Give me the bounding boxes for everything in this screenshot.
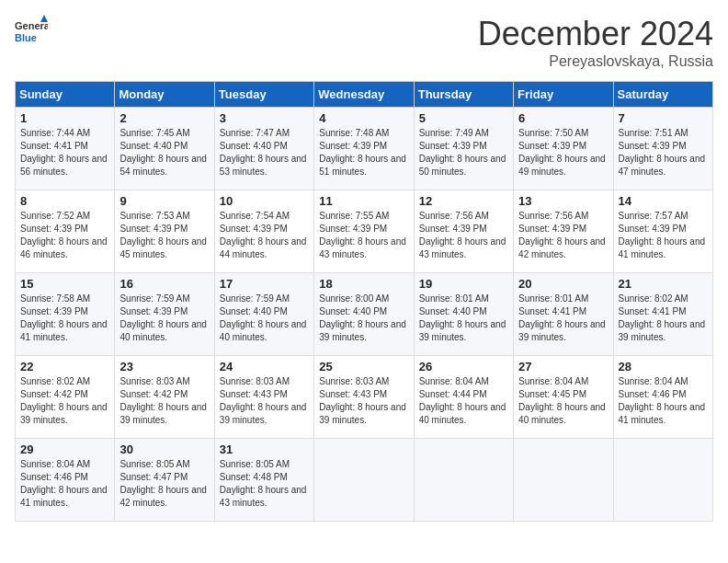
cell-info: Sunrise: 8:02 AMSunset: 4:42 PMDaylight:…	[20, 375, 109, 427]
cell-info: Sunrise: 8:04 AMSunset: 4:46 PMDaylight:…	[619, 375, 708, 427]
day-number: 19	[419, 277, 508, 291]
cell-info: Sunrise: 7:59 AMSunset: 4:39 PMDaylight:…	[119, 293, 209, 344]
calendar-cell: 25 Sunrise: 8:03 AMSunset: 4:43 PMDaylig…	[314, 356, 414, 439]
day-number: 28	[619, 360, 708, 373]
day-number: 13	[518, 194, 608, 208]
calendar-cell: 22 Sunrise: 8:02 AMSunset: 4:42 PMDaylig…	[16, 356, 115, 439]
cell-info: Sunrise: 7:54 AMSunset: 4:39 PMDaylight:…	[220, 210, 309, 261]
calendar-cell: 1 Sunrise: 7:44 AMSunset: 4:41 PMDayligh…	[16, 108, 115, 190]
calendar-cell: 8 Sunrise: 7:52 AMSunset: 4:39 PMDayligh…	[16, 190, 115, 273]
cell-info: Sunrise: 8:04 AMSunset: 4:45 PMDaylight:…	[518, 375, 608, 427]
calendar-cell: 16 Sunrise: 7:59 AMSunset: 4:39 PMDaylig…	[115, 273, 214, 356]
cell-info: Sunrise: 7:47 AMSunset: 4:40 PMDaylight:…	[220, 127, 309, 178]
calendar-cell	[414, 439, 513, 522]
calendar-cell: 12 Sunrise: 7:56 AMSunset: 4:39 PMDaylig…	[414, 190, 513, 273]
day-number: 26	[419, 360, 508, 373]
cell-info: Sunrise: 8:01 AMSunset: 4:40 PMDaylight:…	[419, 293, 508, 344]
calendar-cell: 20 Sunrise: 8:01 AMSunset: 4:41 PMDaylig…	[514, 273, 613, 356]
calendar-cell: 24 Sunrise: 8:03 AMSunset: 4:43 PMDaylig…	[214, 356, 313, 439]
cell-info: Sunrise: 7:49 AMSunset: 4:39 PMDaylight:…	[419, 127, 508, 178]
day-number: 11	[319, 194, 408, 208]
month-title: December 2024	[478, 15, 713, 53]
day-number: 3	[220, 111, 309, 125]
day-number: 18	[319, 277, 408, 291]
day-number: 5	[419, 111, 508, 125]
title-block: December 2024 Pereyaslovskaya, Russia	[478, 15, 713, 70]
cell-info: Sunrise: 7:50 AMSunset: 4:39 PMDaylight:…	[518, 127, 608, 178]
calendar-cell: 14 Sunrise: 7:57 AMSunset: 4:39 PMDaylig…	[613, 190, 712, 273]
day-number: 21	[619, 277, 708, 291]
week-row-4: 22 Sunrise: 8:02 AMSunset: 4:42 PMDaylig…	[16, 356, 713, 439]
cell-info: Sunrise: 8:04 AMSunset: 4:44 PMDaylight:…	[419, 375, 508, 427]
day-number: 25	[319, 360, 408, 373]
day-number: 9	[119, 194, 209, 208]
calendar-cell: 27 Sunrise: 8:04 AMSunset: 4:45 PMDaylig…	[514, 356, 613, 439]
day-number: 14	[619, 194, 708, 208]
weekday-sunday: Sunday	[16, 82, 115, 108]
day-number: 30	[119, 442, 209, 456]
cell-info: Sunrise: 7:58 AMSunset: 4:39 PMDaylight:…	[20, 293, 109, 344]
calendar-table: SundayMondayTuesdayWednesdayThursdayFrid…	[15, 81, 713, 522]
day-number: 10	[220, 194, 309, 208]
day-number: 4	[319, 111, 408, 125]
page-header: General Blue December 2024 Pereyaslovska…	[15, 15, 713, 70]
calendar-body: 1 Sunrise: 7:44 AMSunset: 4:41 PMDayligh…	[16, 108, 713, 522]
cell-info: Sunrise: 7:44 AMSunset: 4:41 PMDaylight:…	[20, 127, 109, 178]
calendar-cell: 3 Sunrise: 7:47 AMSunset: 4:40 PMDayligh…	[214, 108, 313, 190]
day-number: 27	[518, 360, 608, 373]
day-number: 22	[20, 360, 109, 373]
cell-info: Sunrise: 7:55 AMSunset: 4:39 PMDaylight:…	[319, 210, 408, 261]
calendar-cell: 18 Sunrise: 8:00 AMSunset: 4:40 PMDaylig…	[314, 273, 414, 356]
cell-info: Sunrise: 8:01 AMSunset: 4:41 PMDaylight:…	[518, 293, 608, 344]
cell-info: Sunrise: 8:05 AMSunset: 4:48 PMDaylight:…	[220, 458, 309, 510]
cell-info: Sunrise: 7:56 AMSunset: 4:39 PMDaylight:…	[419, 210, 508, 261]
cell-info: Sunrise: 7:51 AMSunset: 4:39 PMDaylight:…	[619, 127, 708, 178]
weekday-thursday: Thursday	[414, 82, 513, 108]
cell-info: Sunrise: 8:02 AMSunset: 4:41 PMDaylight:…	[619, 293, 708, 344]
weekday-saturday: Saturday	[613, 82, 712, 108]
calendar-cell: 5 Sunrise: 7:49 AMSunset: 4:39 PMDayligh…	[414, 108, 513, 190]
cell-info: Sunrise: 8:05 AMSunset: 4:47 PMDaylight:…	[119, 458, 209, 510]
day-number: 8	[20, 194, 109, 208]
svg-marker-2	[40, 15, 48, 22]
calendar-cell: 17 Sunrise: 7:59 AMSunset: 4:40 PMDaylig…	[214, 273, 313, 356]
calendar-cell: 26 Sunrise: 8:04 AMSunset: 4:44 PMDaylig…	[414, 356, 513, 439]
day-number: 7	[619, 111, 708, 125]
calendar-cell: 13 Sunrise: 7:56 AMSunset: 4:39 PMDaylig…	[514, 190, 613, 273]
day-number: 15	[20, 277, 109, 291]
cell-info: Sunrise: 8:00 AMSunset: 4:40 PMDaylight:…	[319, 293, 408, 344]
logo: General Blue	[15, 15, 48, 48]
cell-info: Sunrise: 8:04 AMSunset: 4:46 PMDaylight:…	[20, 458, 109, 510]
calendar-cell: 21 Sunrise: 8:02 AMSunset: 4:41 PMDaylig…	[613, 273, 712, 356]
calendar-cell: 23 Sunrise: 8:03 AMSunset: 4:42 PMDaylig…	[115, 356, 214, 439]
calendar-cell: 31 Sunrise: 8:05 AMSunset: 4:48 PMDaylig…	[214, 439, 313, 522]
day-number: 2	[119, 111, 209, 125]
cell-info: Sunrise: 7:59 AMSunset: 4:40 PMDaylight:…	[220, 293, 309, 344]
cell-info: Sunrise: 7:57 AMSunset: 4:39 PMDaylight:…	[619, 210, 708, 261]
weekday-monday: Monday	[115, 82, 214, 108]
cell-info: Sunrise: 8:03 AMSunset: 4:43 PMDaylight:…	[319, 375, 408, 427]
calendar-cell	[613, 439, 712, 522]
calendar-cell	[514, 439, 613, 522]
calendar-cell: 7 Sunrise: 7:51 AMSunset: 4:39 PMDayligh…	[613, 108, 712, 190]
cell-info: Sunrise: 7:56 AMSunset: 4:39 PMDaylight:…	[518, 210, 608, 261]
cell-info: Sunrise: 8:03 AMSunset: 4:43 PMDaylight:…	[220, 375, 309, 427]
cell-info: Sunrise: 8:03 AMSunset: 4:42 PMDaylight:…	[119, 375, 209, 427]
calendar-cell: 2 Sunrise: 7:45 AMSunset: 4:40 PMDayligh…	[115, 108, 214, 190]
day-number: 23	[119, 360, 209, 373]
calendar-cell: 6 Sunrise: 7:50 AMSunset: 4:39 PMDayligh…	[514, 108, 613, 190]
day-number: 31	[220, 442, 309, 456]
week-row-1: 1 Sunrise: 7:44 AMSunset: 4:41 PMDayligh…	[16, 108, 713, 190]
weekday-wednesday: Wednesday	[314, 82, 414, 108]
day-number: 20	[518, 277, 608, 291]
location: Pereyaslovskaya, Russia	[478, 53, 713, 70]
weekday-tuesday: Tuesday	[214, 82, 313, 108]
cell-info: Sunrise: 7:45 AMSunset: 4:40 PMDaylight:…	[119, 127, 209, 178]
calendar-cell: 9 Sunrise: 7:53 AMSunset: 4:39 PMDayligh…	[115, 190, 214, 273]
calendar-cell: 29 Sunrise: 8:04 AMSunset: 4:46 PMDaylig…	[16, 439, 115, 522]
calendar-cell: 15 Sunrise: 7:58 AMSunset: 4:39 PMDaylig…	[16, 273, 115, 356]
day-number: 6	[518, 111, 608, 125]
day-number: 1	[20, 111, 109, 125]
calendar-cell	[314, 439, 414, 522]
calendar-cell: 11 Sunrise: 7:55 AMSunset: 4:39 PMDaylig…	[314, 190, 414, 273]
